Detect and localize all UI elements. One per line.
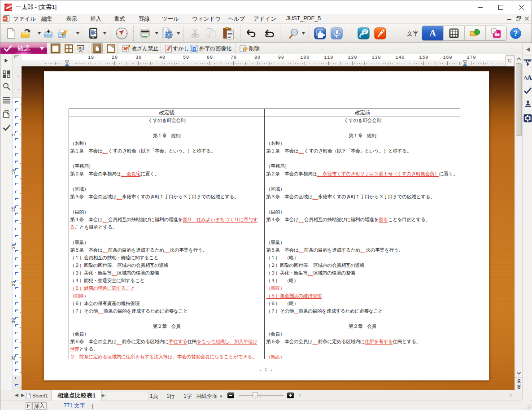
page-setup-dropdown-arrow[interactable]: [176, 25, 180, 42]
horizontal-ruler[interactable]: 1020304050607080901001101201301401501601…: [22, 54, 505, 66]
ruler-expand-button[interactable]: [0, 54, 13, 66]
page-setup-button[interactable]: [161, 25, 173, 42]
menu-item-7[interactable]: ツール: [162, 15, 179, 23]
outline-list-icon[interactable]: [3, 97, 10, 105]
minimize-button[interactable]: [470, 0, 490, 14]
open-dropdown-arrow[interactable]: [37, 25, 41, 42]
marker-pen-button[interactable]: [373, 25, 387, 42]
hscroll-left-icon[interactable]: ‹: [299, 392, 301, 398]
menu-item-3[interactable]: 表示: [66, 15, 77, 23]
print-button[interactable]: [138, 25, 152, 42]
zoom-in-button[interactable]: [287, 393, 294, 398]
save-button[interactable]: [43, 25, 54, 42]
multi-page-view-button[interactable]: [63, 43, 74, 54]
object-mode-button[interactable]: [464, 26, 485, 40]
ruler-corner-icon[interactable]: [13, 54, 22, 66]
hscroll-right-icon[interactable]: ›: [510, 392, 512, 398]
document-menu-icon[interactable]: [3, 15, 9, 23]
ruler-margin-marker[interactable]: [462, 60, 467, 66]
paste-button[interactable]: [222, 25, 235, 42]
tablet-view-button[interactable]: [89, 25, 97, 42]
confirm-mode-button[interactable]: 確認: [0, 43, 47, 54]
scroll-up-icon[interactable]: [515, 55, 523, 62]
copy-button[interactable]: [205, 25, 218, 42]
menu-item-11[interactable]: JUST_PDF_5: [286, 15, 321, 22]
add-sheet-button[interactable]: +: [101, 392, 105, 399]
print-dropdown-arrow[interactable]: [154, 25, 159, 42]
collapse-panel-icon[interactable]: [523, 47, 532, 52]
menu-item-9[interactable]: ヘルプ: [228, 15, 245, 23]
watermark-button[interactable]: すかし: [166, 43, 189, 54]
vertical-scrollbar[interactable]: [515, 54, 522, 390]
comment-chat-button[interactable]: [357, 25, 370, 42]
zoom-slider[interactable]: [239, 392, 283, 399]
tablet-dropdown-arrow[interactable]: [102, 25, 107, 42]
parts-mode-button[interactable]: [485, 26, 506, 40]
document-page[interactable]: 改定後 くすのき町会会則第１章 総則（名称）第１条 本会は、 くすのき町会（以下…: [44, 71, 489, 380]
tab-scroll-left-icon[interactable]: ◀: [15, 393, 18, 397]
voice-mic-button[interactable]: [330, 25, 343, 42]
insert-mode-button[interactable]: 挿入: [32, 402, 47, 410]
undo-button[interactable]: [246, 25, 256, 42]
menu-item-8[interactable]: ウィンドウ: [192, 15, 221, 23]
ruler-c-tab[interactable]: C: [505, 55, 515, 66]
menu-item-10[interactable]: アドイン: [253, 15, 276, 23]
menu-item-1[interactable]: ファイル: [13, 15, 36, 23]
zoom-out-button[interactable]: [227, 393, 234, 398]
vertical-ruler[interactable]: 5101520253035: [13, 66, 22, 390]
tab-comparison-active[interactable]: 相違点比較表1: [51, 390, 102, 401]
cut-button[interactable]: [190, 25, 200, 42]
zoom-search-button[interactable]: [288, 25, 299, 42]
presentation-view-button[interactable]: [75, 43, 86, 54]
delete-button[interactable]: 削除: [240, 43, 260, 54]
ruler-margin-marker[interactable]: [65, 60, 70, 66]
font-style-icon[interactable]: AA: [523, 74, 532, 80]
view-mode-select[interactable]: 用紙全面 ▼: [196, 393, 223, 400]
copy-pages-icon[interactable]: [3, 110, 11, 120]
justsystems-flower-icon[interactable]: [523, 114, 532, 122]
grid-mode-button[interactable]: [443, 26, 464, 40]
save-as-button[interactable]: [57, 25, 69, 42]
tamper-protect-button[interactable]: 改ざん禁止: [122, 43, 159, 54]
proofread-icon[interactable]: [523, 59, 532, 66]
single-page-view-button[interactable]: [50, 43, 61, 54]
open-button[interactable]: [20, 25, 32, 42]
doc-minimize-icon[interactable]: [507, 16, 512, 22]
zoom-slider-track[interactable]: [239, 395, 283, 396]
scroll-down-icon[interactable]: [515, 369, 523, 377]
previous-page-button[interactable]: [515, 377, 523, 384]
close-button[interactable]: [511, 0, 532, 14]
compass-navigation-button[interactable]: [115, 25, 128, 42]
save-as-dropdown-arrow[interactable]: [75, 25, 80, 42]
search-icon[interactable]: [3, 83, 10, 92]
stamp-icon[interactable]: [523, 100, 532, 108]
menu-item-5[interactable]: 書式: [114, 15, 125, 23]
check-icon[interactable]: [3, 124, 11, 133]
char-mode-button[interactable]: A: [422, 26, 443, 40]
menu-item-6[interactable]: 罫線: [139, 15, 150, 23]
tab-scroll-right-icon[interactable]: ▶: [21, 393, 25, 397]
resize-grip[interactable]: [526, 404, 532, 410]
draft-view-button[interactable]: [105, 43, 117, 54]
help-button[interactable]: ?: [509, 25, 522, 42]
redo-button[interactable]: [264, 25, 275, 42]
menu-item-2[interactable]: 編集: [41, 15, 52, 23]
gaiji-imaging-button[interactable]: 1 外字の画像化: [190, 43, 231, 54]
window-layout-icon[interactable]: [3, 70, 10, 80]
doc-restore-icon[interactable]: [516, 16, 521, 22]
menu-item-4[interactable]: 挿入: [90, 15, 101, 23]
empty-tab-slot[interactable]: [107, 392, 149, 400]
addin-puzzle-button[interactable]: [313, 25, 327, 42]
tab-sheet1[interactable]: Sheet1: [25, 390, 49, 401]
maximize-button[interactable]: [490, 0, 511, 14]
next-page-button[interactable]: [515, 384, 523, 390]
review-check-icon[interactable]: [523, 87, 532, 94]
zoom-slider-thumb[interactable]: [253, 392, 258, 399]
zoom-dropdown-arrow[interactable]: [301, 25, 305, 42]
vertical-scroll-thumb[interactable]: [516, 63, 522, 136]
new-document-button[interactable]: [6, 25, 17, 42]
f-mode-button[interactable]: F: [26, 402, 31, 410]
doc-close-icon[interactable]: [525, 16, 529, 22]
confirm-dropdown-arrow[interactable]: [40, 47, 44, 50]
page-image-view-button[interactable]: [92, 43, 103, 54]
